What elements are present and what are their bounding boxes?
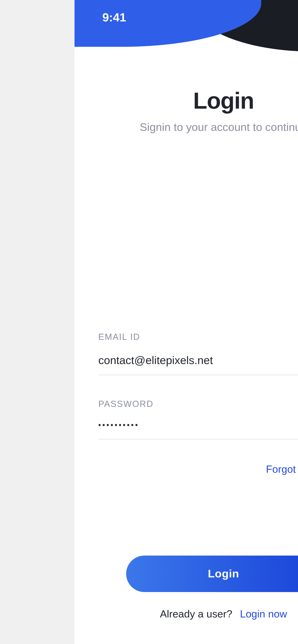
email-group: EMAIL ID [98, 332, 298, 375]
page-title: Login [98, 87, 298, 114]
status-bar: 9:41 [75, 0, 298, 35]
email-field[interactable] [98, 350, 298, 375]
login-form: EMAIL ID PASSWORD •••••••••• Forgot pass… [98, 332, 298, 476]
bottom-actions: Login Already a user? Login now [98, 556, 298, 620]
forgot-password-link[interactable]: Forgot password? [266, 463, 298, 475]
status-time: 9:41 [102, 11, 126, 24]
password-group: PASSWORD •••••••••• [98, 399, 298, 440]
content-area: Login Signin to your account to continue… [75, 87, 298, 476]
password-label: PASSWORD [98, 399, 298, 409]
header-decoration: 9:41 [75, 0, 298, 52]
already-user-text: Already a user? [160, 608, 232, 620]
title-section: Login Signin to your account to continue [98, 87, 298, 134]
login-button[interactable]: Login [126, 556, 298, 592]
email-label: EMAIL ID [98, 332, 298, 342]
forgot-password-row: Forgot password? [98, 463, 298, 476]
signup-row: Already a user? Login now [98, 608, 298, 620]
login-screen: 9:41 [75, 0, 298, 644]
login-now-link[interactable]: Login now [240, 608, 287, 620]
page-subtitle: Signin to your account to continue [98, 121, 298, 134]
password-field[interactable]: •••••••••• [98, 417, 298, 440]
